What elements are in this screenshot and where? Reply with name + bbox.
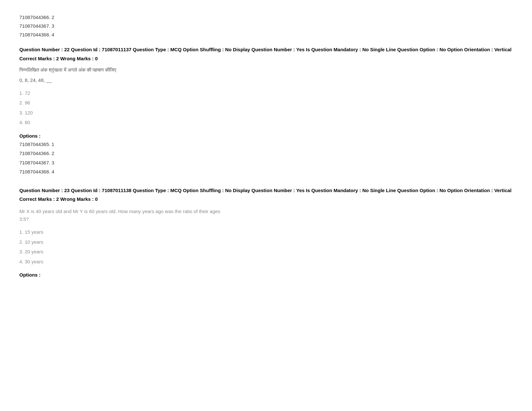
q22-option-id-2: 71087044366. 2 — [19, 149, 513, 158]
q22-option-2: 2. 96 — [19, 98, 513, 108]
question-23-block: Question Number : 23 Question Id : 71087… — [19, 186, 513, 278]
question-22-options: 1. 72 2. 96 3. 120 4. 80 — [19, 89, 513, 127]
question-22-sequence: 0, 8, 24, 48, __ — [19, 77, 513, 83]
question-22-option-ids: 71087044365. 1 71087044366. 2 7108704436… — [19, 140, 513, 177]
q22-option-1: 1. 72 — [19, 89, 513, 98]
q23-option-4: 4. 30 years — [19, 257, 513, 267]
q23-option-2: 2. 10 years — [19, 238, 513, 247]
q22-option-id-3: 71087044367. 3 — [19, 158, 513, 168]
question-23-text-en: Mr X is 40 years old and Mr Y is 60 year… — [19, 208, 513, 223]
top-option-ids: 71087044366. 2 71087044367. 3 7108704436… — [19, 13, 513, 39]
question-23-text-line1: Mr X is 40 years old and Mr Y is 60 year… — [19, 209, 220, 214]
q22-option-id-4: 71087044368. 4 — [19, 167, 513, 177]
question-23-header: Question Number : 23 Question Id : 71087… — [19, 186, 513, 195]
question-22-block: Question Number : 22 Question Id : 71087… — [19, 45, 513, 177]
q22-option-3: 3. 120 — [19, 108, 513, 118]
question-23-options-label: Options : — [19, 272, 513, 278]
q22-option-id-1: 71087044365. 1 — [19, 140, 513, 149]
top-option-id-3: 71087044368. 4 — [19, 30, 513, 39]
question-22-header: Question Number : 22 Question Id : 71087… — [19, 45, 513, 54]
question-22-marks: Correct Marks : 2 Wrong Marks : 0 — [19, 56, 513, 61]
top-option-id-1: 71087044366. 2 — [19, 13, 513, 22]
question-23-marks: Correct Marks : 2 Wrong Marks : 0 — [19, 196, 513, 202]
top-option-id-2: 71087044367. 3 — [19, 22, 513, 30]
question-23-text-line2: 3:5? — [19, 216, 29, 222]
question-22-options-label: Options : — [19, 133, 513, 139]
question-23-options: 1. 15 years 2. 10 years 3. 20 years 4. 3… — [19, 228, 513, 266]
q23-option-3: 3. 20 years — [19, 247, 513, 257]
question-22-text-hindi: निम्नलिखित अंक श्रृंखला में अगले अंक की … — [19, 67, 513, 73]
q22-option-4: 4. 80 — [19, 118, 513, 127]
q23-option-1: 1. 15 years — [19, 228, 513, 237]
